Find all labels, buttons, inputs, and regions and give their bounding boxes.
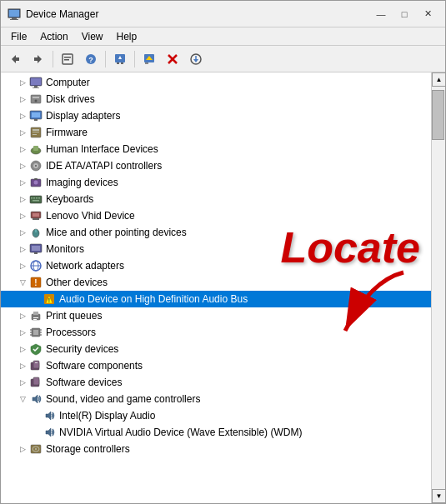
svg-rect-37: [33, 132, 39, 132]
tree-item-network[interactable]: ▷Network adapters: [1, 257, 431, 274]
device-label-display-adapters: Display adapters: [46, 110, 120, 122]
tree-item-sound[interactable]: ▽Sound, video and game controllers: [1, 391, 431, 407]
maximize-button[interactable]: □: [393, 6, 415, 22]
svg-rect-69: [32, 314, 40, 320]
expand-spacer-intel-audio: [31, 411, 41, 421]
scroll-up-button[interactable]: ▲: [432, 72, 445, 87]
svg-rect-50: [36, 197, 38, 199]
expand-icon-disk-drives[interactable]: ▷: [18, 94, 28, 104]
add-button[interactable]: [138, 49, 160, 69]
tree-item-software-dev[interactable]: ▷Software devices: [1, 374, 431, 391]
device-icon-ide: [29, 159, 43, 172]
tree-item-software-comp[interactable]: ▷Software components: [1, 357, 431, 374]
forward-button[interactable]: [28, 49, 49, 69]
device-icon-other: !: [29, 276, 43, 289]
svg-rect-52: [33, 200, 39, 202]
toolbar-sep-3: [134, 51, 135, 67]
device-label-hid: Human Interface Devices: [46, 143, 158, 155]
svg-rect-14: [117, 62, 119, 64]
expand-icon-storage[interactable]: ▷: [18, 444, 28, 454]
tree-item-hid[interactable]: ▷Human Interface Devices: [1, 141, 431, 157]
menu-file[interactable]: File: [4, 29, 33, 44]
menu-help[interactable]: Help: [110, 29, 144, 44]
svg-rect-85: [33, 377, 39, 385]
svg-point-43: [35, 165, 37, 167]
expand-icon-imaging[interactable]: ▷: [18, 177, 28, 187]
tree-item-imaging[interactable]: ▷Imaging devices: [1, 174, 431, 191]
tree-item-audio-device[interactable]: !Audio Device on High Definition Audio B…: [1, 291, 431, 307]
svg-rect-26: [34, 86, 38, 87]
minimize-button[interactable]: —: [370, 6, 392, 22]
expand-icon-other[interactable]: ▽: [18, 277, 28, 287]
close-button[interactable]: ✕: [417, 6, 438, 22]
tree-item-other[interactable]: ▽!Other devices: [1, 274, 431, 291]
tree-item-security[interactable]: ▷Security devices: [1, 341, 431, 357]
expand-icon-security[interactable]: ▷: [18, 344, 28, 354]
back-button[interactable]: [4, 49, 26, 69]
remove-button[interactable]: [162, 49, 183, 69]
svg-rect-70: [33, 312, 38, 315]
device-label-ide: IDE ATA/ATAPI controllers: [46, 160, 162, 172]
menu-view[interactable]: View: [75, 29, 110, 44]
tree-item-disk-drives[interactable]: ▷Disk drives: [1, 91, 431, 107]
device-label-keyboards: Keyboards: [46, 193, 93, 205]
menu-bar: File Action View Help: [1, 27, 445, 46]
expand-icon-monitors[interactable]: ▷: [18, 244, 28, 254]
device-label-intel-audio: Intel(R) Display Audio: [59, 410, 155, 422]
expand-icon-computer[interactable]: ▷: [18, 77, 28, 87]
expand-icon-software-comp[interactable]: ▷: [18, 361, 28, 371]
tree-item-storage[interactable]: ▷Storage controllers: [1, 441, 431, 457]
tree-item-display-adapters[interactable]: ▷Display adapters: [1, 107, 431, 124]
tree-item-nvidia-audio[interactable]: NVIDIA Virtual Audio Device (Wave Extens…: [1, 424, 431, 441]
expand-icon-network[interactable]: ▷: [18, 261, 28, 271]
svg-text:?: ?: [88, 56, 93, 64]
tree-item-computer[interactable]: ▷Computer: [1, 74, 431, 91]
expand-icon-software-dev[interactable]: ▷: [18, 377, 28, 387]
menu-action[interactable]: Action: [33, 29, 74, 44]
tree-item-monitors[interactable]: ▷Monitors: [1, 241, 431, 257]
svg-marker-4: [12, 55, 16, 63]
svg-rect-30: [33, 97, 39, 98]
tree-item-print[interactable]: ▷Print queues: [1, 307, 431, 324]
tree-item-intel-audio[interactable]: Intel(R) Display Audio: [1, 407, 431, 424]
svg-rect-36: [33, 129, 39, 131]
scan-button[interactable]: [109, 49, 131, 69]
device-label-mice: Mice and other pointing devices: [46, 227, 187, 238]
app-icon: [8, 7, 21, 21]
scroll-down-button[interactable]: ▼: [432, 489, 445, 503]
scroll-track[interactable]: [432, 87, 445, 489]
tree-item-keyboards[interactable]: ▷Keyboards: [1, 191, 431, 207]
expand-icon-ide[interactable]: ▷: [18, 161, 28, 171]
svg-point-45: [34, 181, 38, 185]
expand-icon-display-adapters[interactable]: ▷: [18, 111, 28, 121]
device-label-other: Other devices: [46, 277, 108, 288]
expand-icon-hid[interactable]: ▷: [18, 144, 28, 154]
tree-item-lenovo[interactable]: ▷Lenovo Vhid Device: [1, 207, 431, 224]
expand-icon-print[interactable]: ▷: [18, 311, 28, 321]
tree-item-processors[interactable]: ▷Processors: [1, 324, 431, 341]
svg-rect-5: [16, 57, 19, 61]
svg-marker-87: [46, 412, 51, 420]
svg-marker-6: [38, 55, 42, 63]
help-button[interactable]: ?: [80, 49, 102, 69]
expand-icon-mice[interactable]: ▷: [18, 227, 28, 237]
expand-icon-firmware[interactable]: ▷: [18, 127, 28, 137]
tree-item-ide[interactable]: ▷IDE ATA/ATAPI controllers: [1, 157, 431, 174]
device-tree[interactable]: ▷Computer▷Disk drives▷Display adapters▷F…: [1, 72, 431, 503]
expand-icon-keyboards[interactable]: ▷: [18, 194, 28, 204]
expand-icon-processors[interactable]: ▷: [18, 327, 28, 337]
device-label-computer: Computer: [46, 77, 90, 88]
device-icon-storage: [29, 442, 43, 456]
expand-icon-lenovo[interactable]: ▷: [18, 211, 28, 221]
scroll-thumb[interactable]: [432, 90, 444, 140]
svg-rect-83: [35, 362, 38, 363]
properties-button[interactable]: [57, 49, 78, 69]
device-label-firmware: Firmware: [46, 127, 88, 138]
tree-item-firmware[interactable]: ▷Firmware: [1, 124, 431, 141]
tree-item-mice[interactable]: ▷Mice and other pointing devices: [1, 224, 431, 241]
scrollbar[interactable]: ▲ ▼: [431, 72, 445, 503]
device-label-software-dev: Software devices: [46, 377, 122, 388]
expand-icon-sound[interactable]: ▽: [18, 394, 28, 404]
update-button[interactable]: [185, 49, 207, 69]
svg-rect-71: [33, 317, 38, 318]
